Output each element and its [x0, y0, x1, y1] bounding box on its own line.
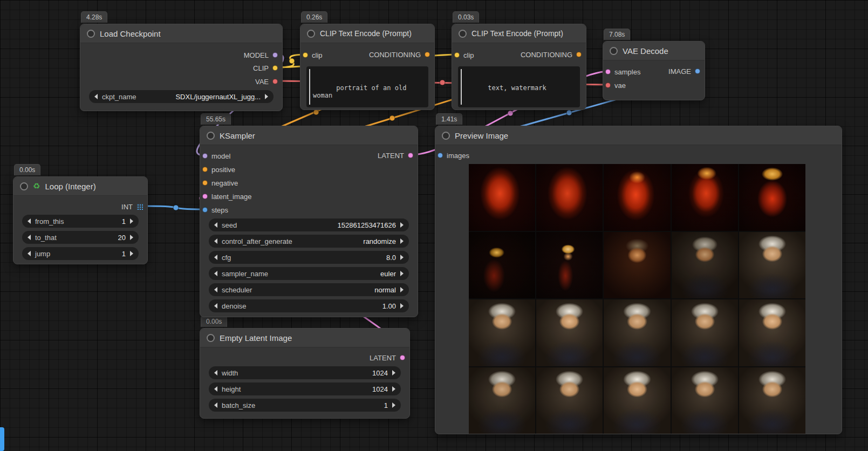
node-graph-canvas[interactable]: 4.28s 0.26s 0.03s 7.08s 55.65s 0.00s 0.0… — [0, 0, 868, 451]
output-port-conditioning[interactable]: CONDITIONING — [369, 49, 430, 60]
node-titlebar[interactable]: Empty Latent Image — [200, 329, 409, 347]
collapse-dot[interactable] — [20, 182, 28, 190]
batch-size-widget[interactable]: batch_size 1 — [209, 399, 401, 412]
latent-port-dot[interactable] — [605, 69, 611, 74]
int-grid-icon[interactable] — [136, 203, 143, 210]
clip-port-dot[interactable] — [303, 52, 308, 58]
decrement-arrow-icon[interactable] — [214, 287, 217, 292]
node-clip-text-encode-negative[interactable]: CLIP Text Encode (Prompt) clip CONDITION… — [452, 24, 586, 110]
increment-arrow-icon[interactable] — [400, 287, 404, 292]
node-titlebar[interactable]: KSampler — [200, 126, 418, 145]
output-port-model[interactable]: MODEL — [244, 50, 278, 60]
increment-arrow-icon[interactable] — [392, 370, 395, 375]
scheduler-widget[interactable]: scheduler normal — [209, 283, 409, 296]
increment-arrow-icon[interactable] — [400, 255, 404, 260]
seed-widget[interactable]: seed 152861253471626 — [209, 218, 409, 231]
output-port-int[interactable]: INT — [121, 201, 143, 212]
input-port-steps[interactable]: steps — [202, 204, 228, 215]
output-port-clip[interactable]: CLIP — [253, 63, 278, 73]
decrement-arrow-icon[interactable] — [214, 238, 217, 244]
node-titlebar[interactable]: Load Checkpoint — [80, 24, 282, 43]
increment-arrow-icon[interactable] — [400, 271, 404, 276]
model-port-dot[interactable] — [272, 52, 278, 58]
increment-arrow-icon[interactable] — [130, 235, 133, 240]
input-port-clip[interactable]: clip — [454, 50, 474, 60]
denoise-widget[interactable]: denoise 1.00 — [209, 299, 409, 312]
increment-arrow-icon[interactable] — [392, 402, 395, 408]
vae-port-dot[interactable] — [272, 79, 278, 84]
conditioning-port-dot[interactable] — [576, 52, 582, 57]
input-port-images[interactable]: images — [438, 150, 469, 161]
increment-arrow-icon[interactable] — [130, 218, 133, 224]
offscreen-node-edge[interactable] — [0, 427, 4, 451]
increment-arrow-icon[interactable] — [265, 94, 268, 99]
decrement-arrow-icon[interactable] — [214, 303, 217, 309]
collapse-dot[interactable] — [442, 132, 450, 140]
collapse-dot[interactable] — [87, 30, 95, 38]
output-port-latent[interactable]: LATENT — [378, 150, 413, 161]
cfg-widget[interactable]: cfg 8.0 — [209, 251, 409, 264]
node-titlebar[interactable]: Preview Image — [435, 126, 842, 145]
conditioning-port-dot[interactable] — [202, 167, 208, 172]
input-port-vae[interactable]: vae — [605, 80, 626, 91]
node-titlebar[interactable]: VAE Decode — [603, 42, 705, 60]
from-this-widget[interactable]: from_this 1 — [22, 215, 139, 228]
node-ksampler[interactable]: KSampler model positive negative latent_… — [200, 126, 418, 317]
decrement-arrow-icon[interactable] — [214, 222, 217, 228]
collapse-dot[interactable] — [207, 334, 215, 342]
sampler-name-widget[interactable]: sampler_name euler — [209, 267, 409, 280]
collapse-dot[interactable] — [307, 30, 315, 38]
decrement-arrow-icon[interactable] — [28, 218, 31, 224]
image-port-dot[interactable] — [695, 69, 700, 74]
output-port-vae[interactable]: VAE — [255, 76, 278, 87]
prompt-textarea[interactable]: portrait of an old woman — [306, 66, 428, 107]
node-empty-latent-image[interactable]: Empty Latent Image LATENT width 1024 hei… — [200, 328, 410, 419]
width-widget[interactable]: width 1024 — [209, 366, 401, 379]
ckpt-name-widget[interactable]: ckpt_name SDXL/juggernautXL_jugg... — [89, 90, 274, 103]
increment-arrow-icon[interactable] — [392, 386, 395, 392]
latent-port-dot[interactable] — [400, 355, 405, 360]
jump-widget[interactable]: jump 1 — [22, 247, 139, 260]
decrement-arrow-icon[interactable] — [214, 402, 217, 408]
input-port-model[interactable]: model — [202, 151, 230, 161]
node-loop-integer[interactable]: ♻ Loop (Integer) INT from_this 1 to_that… — [13, 176, 148, 264]
increment-arrow-icon[interactable] — [400, 222, 404, 228]
output-port-image[interactable]: IMAGE — [668, 66, 700, 77]
latent-port-dot[interactable] — [202, 194, 208, 199]
latent-port-dot[interactable] — [408, 153, 413, 158]
increment-arrow-icon[interactable] — [400, 303, 404, 309]
increment-arrow-icon[interactable] — [130, 251, 133, 256]
node-titlebar[interactable]: CLIP Text Encode (Prompt) — [452, 24, 586, 43]
control-after-generate-widget[interactable]: control_after_generate randomize — [209, 235, 409, 248]
height-widget[interactable]: height 1024 — [209, 382, 401, 395]
input-port-negative[interactable]: negative — [202, 177, 238, 188]
node-clip-text-encode-positive[interactable]: CLIP Text Encode (Prompt) clip CONDITION… — [300, 24, 435, 110]
collapse-dot[interactable] — [207, 132, 215, 140]
clip-port-dot[interactable] — [454, 52, 460, 58]
increment-arrow-icon[interactable] — [400, 238, 404, 244]
prompt-textarea[interactable]: text, watermark — [458, 66, 580, 107]
decrement-arrow-icon[interactable] — [214, 271, 217, 276]
node-titlebar[interactable]: ♻ Loop (Integer) — [13, 177, 147, 196]
clip-port-dot[interactable] — [272, 65, 278, 71]
decrement-arrow-icon[interactable] — [28, 235, 31, 240]
to-that-widget[interactable]: to_that 20 — [22, 231, 139, 244]
input-port-positive[interactable]: positive — [202, 164, 235, 175]
image-port-dot[interactable] — [438, 153, 443, 158]
model-port-dot[interactable] — [202, 153, 208, 159]
node-titlebar[interactable]: CLIP Text Encode (Prompt) — [300, 24, 434, 43]
node-vae-decode[interactable]: VAE Decode samples vae IMAGE — [603, 41, 705, 100]
collapse-dot[interactable] — [610, 47, 618, 55]
output-port-latent[interactable]: LATENT — [370, 352, 405, 363]
node-preview-image[interactable]: Preview Image images — [435, 126, 842, 434]
decrement-arrow-icon[interactable] — [214, 386, 217, 392]
input-port-latent-image[interactable]: latent_image — [202, 191, 251, 202]
decrement-arrow-icon[interactable] — [214, 255, 217, 260]
node-load-checkpoint[interactable]: Load Checkpoint MODEL CLIP VAE ckpt_name… — [80, 24, 283, 111]
input-port-clip[interactable]: clip — [303, 50, 323, 60]
conditioning-port-dot[interactable] — [202, 180, 208, 186]
decrement-arrow-icon[interactable] — [94, 94, 98, 99]
vae-port-dot[interactable] — [605, 83, 611, 88]
conditioning-port-dot[interactable] — [425, 52, 430, 57]
int-port-dot[interactable] — [202, 207, 208, 213]
